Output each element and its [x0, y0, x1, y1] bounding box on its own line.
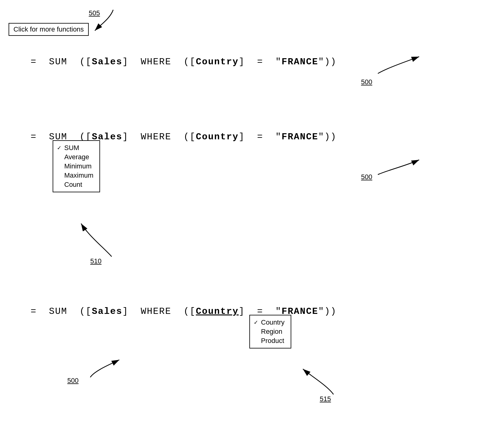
ref-500-s2: 500 [361, 173, 372, 181]
dropdown-item-minimum[interactable]: Minimum [57, 162, 93, 171]
ref-510: 510 [90, 257, 102, 265]
field-country-s2: Country [196, 132, 239, 142]
check-empty-1 [57, 154, 62, 160]
field-country-s1: Country [196, 57, 239, 67]
dropdown-item-average[interactable]: Average [57, 152, 93, 162]
formula-equals: = SUM ([Sales] WHERE ([Country] = "FRANC… [31, 57, 337, 67]
dropdown-510[interactable]: ✓ SUM Average Minimum Maximum Count [53, 140, 100, 192]
item-label-product: Product [261, 337, 284, 345]
value-france-s2: FRANCE [281, 132, 318, 142]
ref-500-s1: 500 [361, 78, 372, 86]
value-france-s1: FRANCE [281, 57, 318, 67]
check-empty-2 [57, 163, 62, 170]
dropdown-item-maximum[interactable]: Maximum [57, 171, 93, 180]
item-label-minimum: Minimum [64, 162, 91, 170]
dropdown-515[interactable]: ✓ Country Region Product [249, 315, 291, 348]
check-empty-3 [57, 172, 62, 179]
check-empty-4 [57, 182, 62, 188]
check-empty-r [254, 329, 259, 335]
dropdown-item-sum[interactable]: ✓ SUM [57, 143, 93, 152]
dropdown-item-count[interactable]: Count [57, 180, 93, 189]
field-sales-s3: Sales [92, 306, 122, 317]
dropdown-item-country[interactable]: ✓ Country [254, 318, 285, 327]
ref-505: 505 [89, 9, 100, 17]
page-container: 505 Click for more functions = SUM ([Sal… [0, 0, 488, 448]
field-sales-s1: Sales [92, 57, 122, 67]
item-label-country: Country [261, 318, 285, 326]
ref-515: 515 [320, 395, 331, 403]
checkmark-sum: ✓ [57, 145, 62, 151]
callout-box[interactable]: Click for more functions [9, 23, 89, 36]
check-empty-p [254, 338, 259, 344]
dropdown-item-region[interactable]: Region [254, 327, 285, 336]
item-label-maximum: Maximum [64, 171, 93, 179]
item-label-average: Average [64, 153, 89, 161]
item-label-region: Region [261, 328, 282, 336]
dropdown-item-product[interactable]: Product [254, 336, 285, 345]
field-country-s3: Country [196, 306, 239, 317]
item-label-sum: SUM [64, 144, 79, 152]
formula-line1: = SUM ([Sales] WHERE ([Country] = "FRANC… [31, 57, 337, 67]
item-label-count: Count [64, 181, 82, 189]
callout-label: Click for more functions [13, 25, 84, 33]
checkmark-country: ✓ [254, 319, 259, 326]
ref-500-s3: 500 [67, 377, 79, 385]
